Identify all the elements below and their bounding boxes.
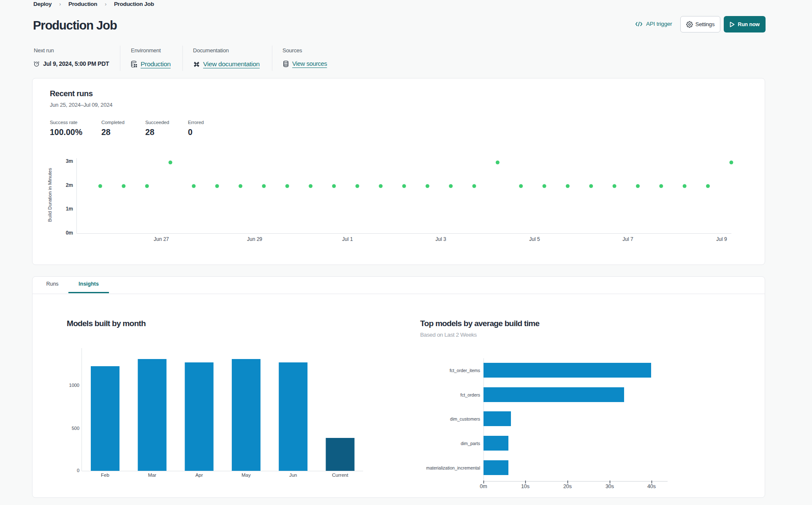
svg-text:fct_orders: fct_orders	[460, 392, 480, 397]
svg-text:Build Duration in Minutes: Build Duration in Minutes	[47, 168, 52, 222]
svg-text:Current: Current	[332, 473, 348, 478]
svg-text:Jul 1: Jul 1	[342, 236, 353, 242]
svg-text:Jul 9: Jul 9	[716, 236, 727, 242]
svg-text:3m: 3m	[66, 158, 73, 164]
svg-text:0m: 0m	[66, 230, 73, 236]
svg-text:Jun 29: Jun 29	[247, 236, 262, 242]
svg-text:1000: 1000	[69, 383, 79, 388]
svg-text:Jul 3: Jul 3	[435, 236, 446, 242]
svg-text:Apr: Apr	[196, 473, 203, 478]
svg-text:30s: 30s	[606, 483, 614, 489]
svg-text:0: 0	[77, 468, 79, 473]
svg-text:10s: 10s	[521, 483, 530, 489]
svg-text:Feb: Feb	[101, 473, 109, 478]
svg-text:Jul 7: Jul 7	[622, 236, 633, 242]
svg-text:20s: 20s	[563, 483, 572, 489]
svg-text:May: May	[242, 473, 251, 478]
svg-text:dim_parts: dim_parts	[461, 441, 480, 446]
svg-text:2m: 2m	[66, 182, 73, 188]
svg-text:fct_order_items: fct_order_items	[450, 368, 480, 373]
svg-text:500: 500	[72, 426, 79, 431]
svg-text:Jul 5: Jul 5	[529, 236, 540, 242]
svg-text:Jun 27: Jun 27	[154, 236, 169, 242]
svg-text:dim_customers: dim_customers	[450, 416, 480, 421]
svg-text:0m: 0m	[480, 483, 487, 489]
svg-text:1m: 1m	[66, 206, 73, 212]
svg-text:Jun: Jun	[289, 473, 297, 478]
svg-text:materialization_incremental: materialization_incremental	[426, 465, 480, 470]
svg-text:Mar: Mar	[148, 473, 156, 478]
svg-text:40s: 40s	[647, 483, 656, 489]
